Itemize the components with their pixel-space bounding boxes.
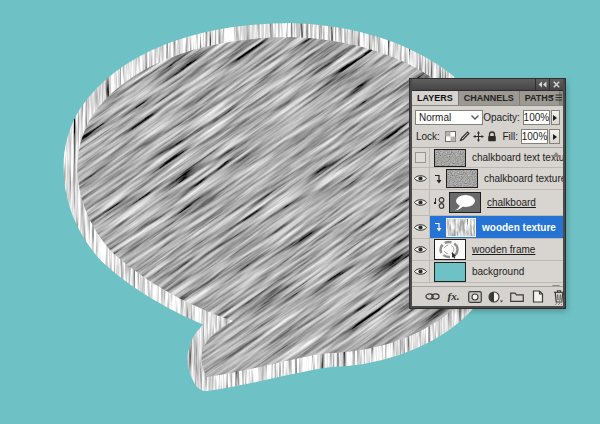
fill-value: 100% [522,131,548,142]
tab-layers[interactable]: LAYERS [412,91,459,105]
panel-titlebar[interactable] [412,79,563,91]
tab-channels[interactable]: CHANNELS [459,91,520,105]
opacity-value: 100% [524,112,550,123]
close-icon [553,81,560,88]
lock-buttons [445,131,497,142]
spinner-arrow-icon [553,115,557,121]
layer-mask-icon [468,291,482,303]
panel-resize-grip[interactable] [554,297,563,306]
opacity-spinner-button[interactable] [551,110,560,125]
lock-position-move-icon[interactable] [473,131,484,142]
visibility-toggle[interactable] [412,190,430,215]
layer-name[interactable]: background [472,266,524,277]
panel-tab-bar: LAYERS CHANNELS PATHS [412,91,563,106]
vector-mask-thumbnail[interactable] [449,192,481,213]
visibility-toggle[interactable] [412,261,430,282]
layer-row-chalkboard[interactable]: chalkboard [412,190,563,216]
collapse-panel-button[interactable] [535,79,549,90]
folder-icon [510,291,524,302]
eye-icon [414,245,427,254]
blend-mode-select[interactable]: Normal [415,110,483,125]
eye-icon [414,174,427,183]
layer-style-button[interactable]: fx. [446,290,461,304]
layer-panel-toolbar: fx. [412,286,563,306]
fill-label: Fill: [502,131,518,142]
layer-controls: Normal Opacity: 100% Lock: [412,106,563,147]
eye-icon [414,223,427,232]
layer-name[interactable]: wooden texture [482,222,556,233]
layer-row-wooden-texture[interactable]: wooden texture [412,216,563,239]
mask-link-icon[interactable] [438,196,445,210]
lock-transparency-icon[interactable] [445,131,456,142]
visibility-toggle[interactable] [412,216,430,238]
close-panel-button[interactable] [549,79,563,90]
resize-grip-icon [554,297,563,306]
eye-icon [414,198,427,207]
lock-pixels-brush-icon[interactable] [459,131,470,142]
add-layer-mask-button[interactable] [467,290,482,304]
opacity-value-field[interactable]: 100% [523,110,550,125]
layer-name[interactable]: wooden frame [472,244,535,255]
panel-menu-button[interactable] [549,94,562,103]
layer-thumbnail[interactable] [446,169,478,188]
layer-thumbnail[interactable] [434,149,466,167]
panel-menu-icon [549,94,562,103]
opacity-label: Opacity: [483,112,520,123]
visibility-toggle[interactable] [412,148,430,167]
fill-spinner-button[interactable] [549,129,560,144]
collapse-arrows-icon [538,81,547,88]
adjustment-layer-icon [488,291,503,303]
chevron-down-icon [471,115,479,120]
new-layer-icon [532,290,544,303]
layer-name[interactable]: chalkboard texture [484,173,563,184]
visibility-toggle[interactable] [412,239,430,260]
eye-icon [414,267,427,276]
layer-name[interactable]: chalkboard text texture [472,152,563,163]
lock-label: Lock: [416,131,440,142]
new-group-button[interactable] [509,290,524,304]
visibility-toggle[interactable] [412,168,430,189]
layer-thumbnail[interactable] [434,262,466,282]
layer-row-wooden-frame[interactable]: wooden frame [412,239,563,261]
fx-icon: fx. [448,291,460,302]
layer-thumbnail[interactable] [434,239,466,260]
layer-name[interactable]: chalkboard [487,197,536,208]
chain-link-icon [425,292,440,301]
layer-thumbnail[interactable] [434,202,436,204]
layers-panel: LAYERS CHANNELS PATHS Normal Opacity: [410,79,565,308]
layer-thumbnail[interactable] [446,218,476,237]
new-adjustment-layer-button[interactable] [488,290,503,304]
visibility-empty-checkbox [415,152,426,163]
blend-mode-value: Normal [419,112,451,123]
photoshop-canvas: LAYERS CHANNELS PATHS Normal Opacity: [0,0,600,424]
fill-value-field[interactable]: 100% [521,129,548,144]
scroll-up-arrow[interactable] [552,152,560,157]
lock-all-padlock-icon[interactable] [487,131,497,142]
layer-row-background[interactable]: background [412,261,563,283]
clipping-mask-icon [432,174,442,184]
new-layer-button[interactable] [530,290,545,304]
link-layers-button[interactable] [425,290,440,304]
spinner-arrow-icon [553,134,557,140]
layer-row-chalkboard-text-texture[interactable]: chalkboard text texture [412,148,563,168]
layer-list: chalkboard text texture [412,147,563,294]
layer-row-chalkboard-texture[interactable]: chalkboard texture [412,168,563,190]
clipping-mask-icon [432,222,442,232]
